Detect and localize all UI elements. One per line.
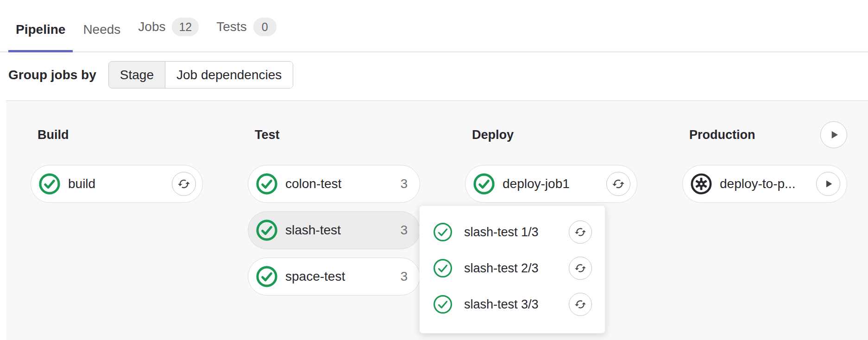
tab-jobs[interactable]: Jobs 12 xyxy=(131,0,206,52)
job-name: space-test xyxy=(285,269,345,284)
job-pill-colon-test[interactable]: colon-test 3 xyxy=(248,165,420,203)
stage-name: Test xyxy=(248,128,280,142)
job-pill-space-test[interactable]: space-test 3 xyxy=(248,258,420,296)
job-name: deploy-to-p... xyxy=(720,176,795,191)
status-success-icon xyxy=(433,258,453,278)
job-pill-slash-test[interactable]: slash-test 3 xyxy=(248,211,420,249)
retry-icon xyxy=(574,298,586,310)
job-name: colon-test xyxy=(285,176,341,191)
tab-bar: Pipeline Needs Jobs 12 Tests 0 xyxy=(0,0,868,52)
tab-pipeline[interactable]: Pipeline xyxy=(8,6,73,52)
tab-label: Jobs xyxy=(138,20,165,33)
parallel-jobs-count: 3 xyxy=(400,223,408,238)
status-success-icon xyxy=(256,219,278,241)
job-name: slash-test 3/3 xyxy=(464,297,539,312)
parallel-jobs-count: 3 xyxy=(400,176,408,191)
status-success-icon xyxy=(256,265,278,288)
retry-job-button[interactable] xyxy=(172,172,196,196)
tab-count-badge: 0 xyxy=(253,18,277,36)
tab-needs[interactable]: Needs xyxy=(75,6,128,52)
group-jobs-controls: Group jobs by StageJob dependencies xyxy=(0,61,868,88)
stage-name: Build xyxy=(31,128,69,142)
parallel-job-row-slash-test-2-3[interactable]: slash-test 2/3 xyxy=(433,254,592,283)
pipeline-stage-build: Build build xyxy=(31,121,203,203)
job-pill-deploy-to-p[interactable]: deploy-to-p... xyxy=(682,165,847,203)
retry-job-button[interactable] xyxy=(606,172,630,196)
retry-icon xyxy=(612,177,625,190)
pipeline-stage-production: Production deploy-to-p... xyxy=(682,121,847,203)
stage-header: Deploy xyxy=(465,121,637,148)
status-manual-icon xyxy=(690,173,712,195)
group-by-segmented-control: StageJob dependencies xyxy=(108,61,293,88)
pipeline-stage-test: Test colon-test 3 slash-test 3 space-tes… xyxy=(248,121,420,296)
stage-name: Production xyxy=(682,128,755,142)
status-success-icon xyxy=(433,222,453,242)
retry-job-button[interactable] xyxy=(569,257,592,280)
stage-jobs: build xyxy=(31,165,203,203)
retry-icon xyxy=(574,226,586,238)
retry-icon xyxy=(574,262,586,274)
status-success-icon xyxy=(38,173,61,195)
tab-label: Pipeline xyxy=(16,23,65,36)
job-name: slash-test 1/3 xyxy=(464,225,539,239)
pipeline-stage-deploy: Deploy deploy-job1 xyxy=(465,121,637,203)
retry-job-button[interactable] xyxy=(569,220,592,244)
job-name: slash-test xyxy=(285,223,341,238)
stage-header: Production xyxy=(682,121,847,148)
status-success-icon xyxy=(433,294,453,315)
job-pill-build[interactable]: build xyxy=(31,165,203,203)
group-jobs-by-label: Group jobs by xyxy=(8,68,96,82)
stage-jobs: deploy-to-p... xyxy=(682,165,847,203)
stage-play-all-button[interactable] xyxy=(820,121,847,148)
tab-label: Tests xyxy=(216,20,246,33)
stage-header: Build xyxy=(31,121,203,148)
stage-jobs: colon-test 3 slash-test 3 space-test 3 xyxy=(248,165,420,296)
stage-name: Deploy xyxy=(465,128,514,142)
play-icon xyxy=(822,177,835,190)
group-by-option-stage[interactable]: Stage xyxy=(109,62,165,88)
parallel-job-row-slash-test-3-3[interactable]: slash-test 3/3 xyxy=(433,290,592,319)
tab-label: Needs xyxy=(83,23,120,36)
job-name: deploy-job1 xyxy=(503,176,570,191)
status-success-icon xyxy=(473,173,495,195)
play-job-button[interactable] xyxy=(816,172,840,196)
job-group-dropdown: slash-test 1/3 slash-test 2/3 slash-test… xyxy=(419,205,605,334)
retry-icon xyxy=(177,177,190,190)
stage-jobs: deploy-job1 xyxy=(465,165,637,203)
status-success-icon xyxy=(256,173,278,195)
retry-job-button[interactable] xyxy=(569,293,592,316)
parallel-job-row-slash-test-1-3[interactable]: slash-test 1/3 xyxy=(433,218,592,246)
job-name: build xyxy=(68,176,95,191)
job-group-dropdown-items: slash-test 1/3 slash-test 2/3 slash-test… xyxy=(433,218,592,319)
stage-header: Test xyxy=(248,121,420,148)
group-by-option-job-dependencies[interactable]: Job dependencies xyxy=(165,62,293,88)
job-pill-deploy-job1[interactable]: deploy-job1 xyxy=(465,165,637,203)
play-icon xyxy=(827,128,841,142)
tab-count-badge: 12 xyxy=(172,18,199,36)
parallel-jobs-count: 3 xyxy=(400,269,408,284)
job-name: slash-test 2/3 xyxy=(464,261,539,276)
tab-tests[interactable]: Tests 0 xyxy=(209,0,283,52)
